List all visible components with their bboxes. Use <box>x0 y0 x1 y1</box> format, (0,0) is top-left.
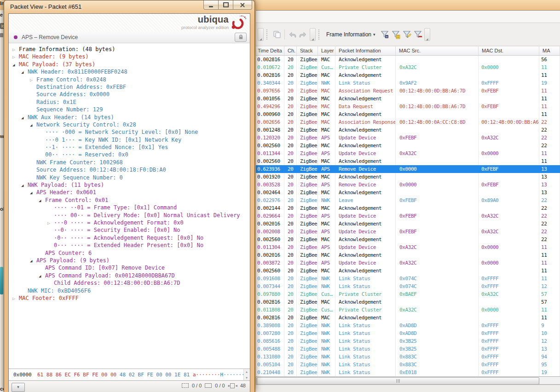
expand-icon[interactable]: ▷ <box>12 295 19 302</box>
table-row[interactable]: 0.02966420ZigBeeAPSUpdate Device0xFEBF0x… <box>256 212 560 220</box>
table-row[interactable]: 0.00256020ZigBeeMACAcknowledgement22 <box>256 142 560 150</box>
collapse-icon[interactable]: ◢ <box>30 121 36 128</box>
table-row[interactable]: 0.09765620ZigBeeMACAssociation Request00… <box>256 87 560 95</box>
tree-item[interactable]: ◢MAC Payload: (37 bytes) <box>9 61 250 68</box>
filter-edit-cells-icon[interactable] <box>390 29 401 40</box>
tree-item[interactable]: ▷MAC Header: (9 bytes) <box>9 53 250 60</box>
filter-remove-icon[interactable] <box>412 29 423 40</box>
tree-item[interactable]: ◢NWK Payload: (11 bytes) <box>9 181 250 189</box>
scroll-down-icon[interactable]: ▼ <box>246 375 248 380</box>
tree-item[interactable]: ◢APS Header: 0x0601 <box>9 189 250 196</box>
table-row[interactable]: 0.09788020ZigBeeCus…Private Cluster0xBAE… <box>256 290 560 298</box>
table-row[interactable]: 0.00124820ZigBeeMACAcknowledgement22 <box>256 126 560 134</box>
tree-item[interactable]: Source Address: 0x0000 <box>9 91 250 98</box>
tree-item[interactable]: ···· 00·· = Delivery Mode: [0x0] Normal … <box>9 212 250 219</box>
filter-preset-label[interactable]: Frame Information <box>326 31 371 38</box>
toolbar-overflow-icon[interactable]: ◢ <box>310 28 316 41</box>
table-row[interactable]: 0.00256020ZigBeeMACAcknowledgement11 <box>256 157 560 165</box>
table-row[interactable]: 0.00281620ZigBeeMACAcknowledgement11 <box>256 314 560 322</box>
expand-icon[interactable]: ▷ <box>30 76 36 83</box>
tree-item[interactable]: ···· ··01 = Frame Type: [0x1] Command <box>9 204 250 211</box>
chevron-down-icon[interactable]: ▾ <box>373 32 375 37</box>
table-row[interactable]: 0.01180820ZigBeeCus…Private Cluster0xA32… <box>256 306 560 314</box>
collapse-icon[interactable]: ◢ <box>30 257 36 264</box>
tree-item[interactable]: ···0 1··· = Key NWK ID: [0x1] Network Ke… <box>9 136 250 144</box>
toolbar-drag-handle[interactable] <box>266 29 269 40</box>
table-row[interactable]: 0.00387220ZigBeeAPSUpdate Device0xA32C0x… <box>256 259 560 267</box>
tree-item[interactable]: ▷MAC Footer: 0xFFFF <box>9 294 250 302</box>
table-row[interactable]: 0.00352820ZigBeeAPSRemove Device0x00000x… <box>256 181 560 189</box>
table-row[interactable]: 0.00200820ZigBeeAPSUpdate Device0xFEBF0x… <box>256 228 560 236</box>
toolbar-overflow-icon[interactable]: ◢ <box>258 28 264 41</box>
table-row[interactable]: 0.00281620ZigBeeMACAcknowledgement11 <box>256 71 560 79</box>
table-row[interactable]: 0.01130420ZigBeeAPSUpdate Device0xA32C0x… <box>256 243 560 251</box>
column-header-mac-src-[interactable]: MAC Src. <box>396 46 479 55</box>
table-row[interactable]: 0.00201620ZigBeeMACAcknowledgement11 <box>256 251 560 259</box>
close-button[interactable] <box>233 0 252 10</box>
scrollbar-thumb[interactable] <box>257 377 539 385</box>
collapse-icon[interactable]: ◢ <box>21 69 28 75</box>
filter-apply-icon[interactable]: n <box>379 29 390 40</box>
collapse-icon[interactable]: ◢ <box>39 197 45 204</box>
tree-item[interactable]: ◢APS Payload: (9 bytes) <box>9 257 250 264</box>
collapse-icon[interactable]: ◢ <box>21 114 28 121</box>
tree-item[interactable]: ·0·· ···· = Acknowledgement Request: [0x… <box>9 234 250 242</box>
expand-panel-button[interactable]: ▼ <box>12 383 25 392</box>
tree-item[interactable]: NWK Key Sequence Number: 0 <box>9 174 250 181</box>
tree-item[interactable]: ···· ·000 = Network Security Level: [0x0… <box>9 128 250 136</box>
expand-icon[interactable]: ▷ <box>12 46 19 53</box>
column-header-mac-dst-[interactable]: MAC Dst. <box>479 46 539 55</box>
collapse-icon[interactable]: ◢ <box>30 189 36 196</box>
tree-item[interactable]: ◢Frame Control: 0x01 <box>9 196 250 204</box>
table-row[interactable]: 0.00256020ZigBeeMACAcknowledgement11 <box>256 267 560 275</box>
filter-edit-icon[interactable] <box>401 29 412 40</box>
table-row[interactable]: 0.21044820ZigBeeNWKLink Status0xE0180xFF… <box>256 369 560 376</box>
toolbar-drag-handle[interactable] <box>318 29 321 40</box>
tree-item[interactable]: Source Address: 00:12:4B:00:18:F0:DB:A0 <box>9 166 250 173</box>
table-row[interactable]: 0.00256020ZigBeeMACAcknowledgement22 <box>256 236 560 243</box>
table-row[interactable]: 0.02297620ZigBeeNWKLeave0xFEBF0x89A022 <box>256 196 560 204</box>
column-header-stack[interactable]: Stack <box>297 46 318 55</box>
table-row[interactable]: 0.62393620ZigBeeAPSRemove Device0x00000x… <box>256 165 560 173</box>
tree-item[interactable]: ··0· ···· = Security Enabled: [0x0] No <box>9 226 250 234</box>
tree-item[interactable]: ▷Frame Control: 0x0248 <box>9 76 250 83</box>
tree-item[interactable]: Destination Address: 0xFEBF <box>9 83 250 91</box>
scroll-up-icon[interactable]: ▲ <box>246 369 248 374</box>
table-row[interactable]: 0.01067220ZigBeeCus…Private Cluster0xA32… <box>256 63 560 71</box>
column-header-layer[interactable]: Layer <box>318 46 335 55</box>
tree-item[interactable]: ◢APS Command Payload: 0x00124B000DBBA67D <box>9 272 250 279</box>
tree-item[interactable]: 0··· ···· = Extended Header Present: [0x… <box>9 242 250 249</box>
collapse-icon[interactable]: ◢ <box>12 61 19 68</box>
tree-item[interactable]: ◢Network Security Control: 0x28 <box>9 121 250 128</box>
table-row[interactable]: 0.00096020ZigBeeMACAcknowledgement11 <box>256 110 560 118</box>
tree-item[interactable]: NWK MIC: 0xBD4056F6 <box>9 287 250 294</box>
table-row[interactable]: 0.00192020ZigBeeMACAcknowledgement13 <box>256 173 560 181</box>
table-row[interactable]: 0.08561620ZigBeeNWKLink Status0x3B250xFF… <box>256 337 560 345</box>
tree-item[interactable]: Child Address: 00:12:4B:00:0D:BB:A6:7D <box>9 279 250 287</box>
collapse-icon[interactable]: ◢ <box>39 272 45 279</box>
table-row[interactable]: 0.13108020ZigBeeNWKLink Status0x883C0xFF… <box>256 353 560 361</box>
table-row[interactable]: 0.00265620ZigBeeMACAssociation Response0… <box>256 118 560 126</box>
table-row[interactable]: 0.00728020ZigBeeNWKLink Status0xAD8D0xFF… <box>256 329 560 337</box>
tree-item[interactable]: ▷···0 ···· = Acknowledgement Format: 0x0 <box>9 219 250 226</box>
tree-item[interactable]: Radius: 0x1E <box>9 98 250 106</box>
table-row[interactable]: 0.34034420ZigBeeNWKLink Status0x9AF20xFF… <box>256 79 560 87</box>
tree-item[interactable]: ◢NWK Aux Header: (14 bytes) <box>9 114 250 121</box>
toolbar-overflow-icon[interactable]: ◢ <box>424 28 430 41</box>
back-arrow-icon[interactable] <box>287 29 298 40</box>
table-row[interactable]: 0.00246420ZigBeeMACAcknowledgement13 <box>256 189 560 196</box>
collapse-icon[interactable]: ◢ <box>21 182 28 189</box>
table-row[interactable]: 0.12032020ZigBeeAPSUpdate Device0xFEBF0x… <box>256 134 560 142</box>
tree-item[interactable]: ◢NWK Header: 0x811E0000FEBF0248 <box>9 68 250 75</box>
hex-scrollbar[interactable]: ▲ ▼ <box>243 369 249 380</box>
tree-item[interactable]: Sequence Number: 129 <box>9 106 250 113</box>
tree-item[interactable]: NWK Frame Counter: 1002968 <box>9 159 250 166</box>
horizontal-scrollbar[interactable] <box>256 376 560 385</box>
table-row[interactable]: 0.49429620ZigBeeMACData Request00:12:4B:… <box>256 103 560 110</box>
lock-button[interactable] <box>235 33 247 42</box>
expand-icon[interactable]: ▷ <box>12 53 19 60</box>
column-header-ch-[interactable]: Ch. <box>284 46 297 55</box>
table-row[interactable]: 0.00105620ZigBeeMACAcknowledgement11 <box>256 95 560 103</box>
column-header-time-delta[interactable]: Time Delta <box>256 46 284 55</box>
table-row[interactable]: 0.00281620ZigBeeMACAcknowledgement56 <box>256 56 560 63</box>
